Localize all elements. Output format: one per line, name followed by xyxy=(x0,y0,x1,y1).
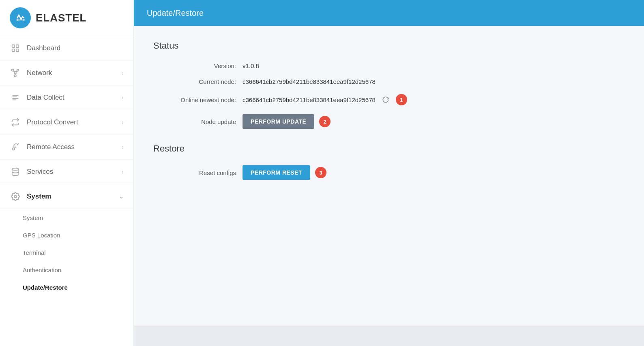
page-title: Update/Restore xyxy=(147,9,204,18)
svg-point-1 xyxy=(17,19,18,21)
perform-reset-button[interactable]: PERFORM RESET xyxy=(243,165,310,180)
remote-access-chevron-icon: › xyxy=(122,144,124,150)
data-collect-chevron-icon: › xyxy=(122,94,124,101)
main-area: Update/Restore Status Version: v1.0.8 Cu… xyxy=(134,0,644,346)
status-section: Status Version: v1.0.8 Current node: c36… xyxy=(153,41,625,129)
sidebar-item-system[interactable]: System ⌄ xyxy=(0,184,133,209)
svg-point-19 xyxy=(12,168,19,171)
sidebar-item-remote-access[interactable]: Remote Access › xyxy=(0,135,133,160)
svg-point-18 xyxy=(13,148,15,150)
services-chevron-icon: › xyxy=(122,169,124,175)
sidebar: ELASTEL Dashboard Network xyxy=(0,0,134,346)
reset-badge: 3 xyxy=(315,167,326,178)
update-badge: 2 xyxy=(319,116,331,127)
sidebar-sub-gps-label: GPS Location xyxy=(23,232,60,239)
online-newest-value-row: c366641cb2759bd4211be833841eea9f12d25678… xyxy=(243,94,625,105)
sidebar-item-services-label: Services xyxy=(27,168,122,176)
online-newest-value: c366641cb2759bd4211be833841eea9f12d25678 xyxy=(243,96,376,103)
sidebar-item-dashboard[interactable]: Dashboard xyxy=(0,36,133,61)
node-update-label: Node update xyxy=(153,118,243,125)
sidebar-sub-update-restore[interactable]: Update/Restore xyxy=(0,279,133,296)
content-area: Status Version: v1.0.8 Current node: c36… xyxy=(134,26,644,326)
status-section-title: Status xyxy=(153,41,625,51)
version-value-row: v1.0.8 xyxy=(243,62,625,69)
top-bar: Update/Restore xyxy=(134,0,644,26)
svg-line-11 xyxy=(13,71,15,72)
sidebar-item-protocol-convert[interactable]: Protocol Convert › xyxy=(0,110,133,135)
sidebar-sub-gps-location[interactable]: GPS Location xyxy=(0,226,133,244)
footer-bar xyxy=(134,326,644,346)
sidebar-sub-update-restore-label: Update/Restore xyxy=(23,284,68,291)
network-icon xyxy=(10,67,21,79)
system-chevron-icon: ⌄ xyxy=(119,193,124,200)
current-node-value: c366641cb2759bd4211be833841eea9f12d25678 xyxy=(243,78,376,85)
restore-info-grid: Reset configs PERFORM RESET 3 xyxy=(153,165,625,180)
svg-rect-9 xyxy=(17,69,19,71)
sidebar-sub-terminal[interactable]: Terminal xyxy=(0,244,133,261)
svg-rect-4 xyxy=(16,45,19,47)
svg-point-2 xyxy=(23,19,25,21)
sidebar-sub-terminal-label: Terminal xyxy=(23,249,46,256)
dashboard-icon xyxy=(10,43,21,54)
current-node-value-row: c366641cb2759bd4211be833841eea9f12d25678 xyxy=(243,78,625,85)
logo-text: ELASTEL xyxy=(36,12,86,24)
protocol-chevron-icon: › xyxy=(122,119,124,126)
svg-rect-7 xyxy=(12,69,14,71)
node-update-row: PERFORM UPDATE 2 xyxy=(243,114,625,129)
sidebar-item-network-label: Network xyxy=(27,69,122,77)
perform-update-button[interactable]: PERFORM UPDATE xyxy=(243,114,314,129)
svg-rect-3 xyxy=(12,45,15,47)
sidebar-item-system-label: System xyxy=(27,192,119,201)
refresh-badge: 1 xyxy=(396,94,407,105)
svg-rect-6 xyxy=(16,49,19,51)
sidebar-item-remote-access-label: Remote Access xyxy=(27,143,122,151)
svg-line-12 xyxy=(15,71,18,72)
sidebar-sub-authentication-label: Authentication xyxy=(23,267,61,273)
sidebar-item-network[interactable]: Network › xyxy=(0,61,133,85)
services-icon xyxy=(10,166,21,177)
sidebar-item-data-collect[interactable]: Data Collect › xyxy=(0,85,133,110)
sidebar-sub-system[interactable]: System xyxy=(0,209,133,226)
system-icon xyxy=(10,191,21,202)
network-chevron-icon: › xyxy=(122,70,124,76)
logo-icon xyxy=(10,7,31,28)
status-info-grid: Version: v1.0.8 Current node: c366641cb2… xyxy=(153,62,625,129)
online-newest-label: Online newest node: xyxy=(153,96,243,103)
svg-rect-5 xyxy=(12,49,15,51)
sidebar-item-data-collect-label: Data Collect xyxy=(27,94,122,102)
sidebar-sub-authentication[interactable]: Authentication xyxy=(0,261,133,279)
sidebar-item-protocol-label: Protocol Convert xyxy=(27,118,122,126)
reset-configs-label: Reset configs xyxy=(153,169,243,176)
data-collect-icon xyxy=(10,92,21,103)
svg-rect-10 xyxy=(14,75,16,77)
restore-section: Restore Reset configs PERFORM RESET 3 xyxy=(153,143,625,180)
refresh-button[interactable] xyxy=(380,95,391,104)
restore-section-title: Restore xyxy=(153,143,625,154)
version-label: Version: xyxy=(153,62,243,69)
sidebar-item-services[interactable]: Services › xyxy=(0,160,133,184)
sidebar-sub-system-label: System xyxy=(23,214,43,221)
protocol-icon xyxy=(10,117,21,128)
logo-area: ELASTEL xyxy=(0,0,133,36)
svg-point-20 xyxy=(14,195,17,198)
reset-configs-row: PERFORM RESET 3 xyxy=(243,165,625,180)
remote-access-icon xyxy=(10,141,21,153)
version-value: v1.0.8 xyxy=(243,62,259,69)
sidebar-item-dashboard-label: Dashboard xyxy=(27,44,124,52)
current-node-label: Current node: xyxy=(153,78,243,85)
